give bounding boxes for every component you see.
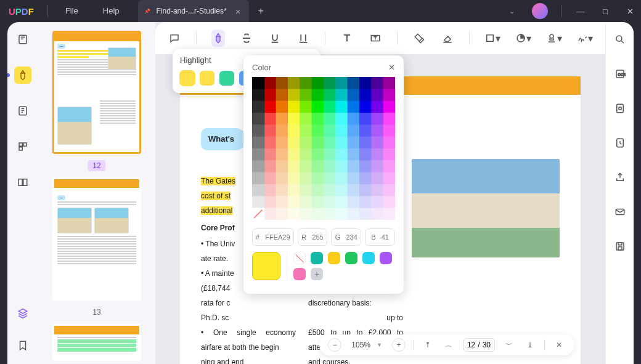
layers-icon[interactable] (14, 305, 31, 322)
document-tab[interactable]: 📌 Find-and-...r-Studies* × (138, 0, 250, 22)
last-page-button[interactable]: ⤓ (523, 338, 537, 352)
tab-title: Find-and-...r-Studies* (157, 7, 227, 15)
svg-rect-14 (616, 104, 623, 113)
preset-pink[interactable] (293, 268, 306, 280)
app-logo: UPDF (0, 6, 43, 17)
preset-teal[interactable] (311, 252, 323, 264)
g-input[interactable]: G 234 (331, 229, 361, 246)
callout-tag: What's (201, 128, 247, 150)
annotate-mode-icon[interactable] (14, 67, 31, 84)
body-text: Ph.D. sc (201, 310, 296, 325)
highlighted-text: cost of st (201, 192, 231, 200)
tab-close-button[interactable]: × (233, 6, 243, 17)
svg-rect-2 (19, 143, 22, 146)
pencil-tool-icon[interactable] (412, 30, 426, 47)
thumbnail-page-12[interactable]: — (52, 31, 141, 154)
wavy-tool-icon[interactable] (296, 30, 310, 47)
thumbnail-panel: — 12 — 13 (38, 22, 155, 364)
tools-mode-icon[interactable] (14, 174, 31, 191)
svg-point-15 (618, 107, 621, 110)
preset-purple[interactable] (380, 252, 392, 264)
body-text: up to (308, 310, 403, 325)
highlighter-tool-icon[interactable] (211, 30, 225, 47)
pin-icon: 📌 (144, 9, 150, 14)
svg-rect-20 (618, 247, 622, 250)
highlight-swatch-yellow-selected[interactable] (180, 71, 195, 86)
preset-add-button[interactable]: + (311, 268, 323, 280)
svg-rect-3 (23, 143, 27, 146)
preset-yellow[interactable] (328, 252, 340, 264)
color-grid[interactable] (252, 77, 395, 220)
share-icon[interactable] (611, 169, 629, 186)
eraser-tool-icon[interactable] (441, 30, 454, 47)
body-text: • One single economy airfare at both the… (201, 325, 296, 355)
highlight-swatch-yellow[interactable] (200, 71, 214, 86)
menu-help[interactable]: Help (91, 0, 132, 22)
first-page-button[interactable]: ⤒ (421, 338, 435, 352)
preset-cyan[interactable] (362, 252, 375, 264)
highlight-swatch-green[interactable] (219, 71, 234, 86)
svg-text:OCR: OCR (618, 73, 626, 76)
b-input[interactable]: B 41 (365, 229, 395, 246)
strikethrough-tool-icon[interactable] (240, 30, 253, 47)
shape-tool-icon[interactable]: ▾ (484, 30, 500, 47)
chevron-down-icon[interactable]: ⌄ (500, 7, 523, 15)
thumbnail-page-14[interactable] (52, 324, 141, 361)
text-tool-icon[interactable] (340, 30, 354, 47)
svg-point-10 (550, 34, 553, 38)
minimize-button[interactable]: — (570, 0, 592, 22)
preset-green[interactable] (345, 252, 357, 264)
svg-rect-4 (19, 147, 22, 150)
thumbnail-label-12: 12 (88, 160, 105, 171)
next-page-button[interactable]: ﹀ (502, 338, 516, 352)
preset-none[interactable] (293, 252, 306, 264)
tab-add-button[interactable]: + (249, 6, 272, 17)
color-panel-title: Color (252, 63, 271, 72)
titlebar: UPDF File Help 📌 Find-and-...r-Studies* … (0, 0, 641, 22)
svg-point-11 (616, 36, 622, 41)
svg-rect-19 (618, 243, 622, 245)
r-input[interactable]: R 255 (298, 229, 328, 246)
right-sidebar: OCR (605, 22, 634, 364)
email-icon[interactable] (611, 203, 629, 220)
save-icon[interactable] (611, 238, 629, 255)
svg-rect-5 (18, 179, 22, 186)
bookmark-icon[interactable] (14, 337, 31, 354)
body-text: and courses. (308, 355, 403, 364)
signature-tool-icon[interactable]: ▾ (577, 30, 593, 47)
sticker-tool-icon[interactable]: ▾ (515, 30, 531, 47)
body-text: rata for c (201, 296, 296, 310)
ocr-icon[interactable]: OCR (611, 65, 629, 83)
protect-icon[interactable] (611, 134, 629, 152)
read-mode-icon[interactable] (14, 31, 31, 48)
page-number-input[interactable]: 12 / 30 (463, 338, 495, 352)
zoom-select[interactable]: 105%▼ (349, 341, 385, 349)
menu-file[interactable]: File (53, 0, 91, 22)
color-panel-close-button[interactable]: ✕ (388, 63, 395, 72)
page-image (412, 159, 560, 257)
zoom-in-button[interactable]: + (392, 338, 406, 352)
svg-rect-6 (23, 179, 27, 186)
maximize-button[interactable]: □ (594, 0, 616, 22)
stamp-tool-icon[interactable]: ▾ (546, 30, 562, 47)
highlighted-text: The Gates (201, 177, 235, 185)
avatar[interactable] (532, 3, 548, 19)
organize-mode-icon[interactable] (14, 138, 31, 155)
prev-page-button[interactable]: ︿ (442, 338, 455, 352)
close-button[interactable]: ✕ (619, 0, 641, 22)
search-icon[interactable] (611, 31, 629, 48)
left-sidebar (7, 22, 38, 364)
textbox-tool-icon[interactable] (369, 30, 382, 47)
hex-input[interactable]: # FFEA29 (252, 229, 294, 246)
footer-controls: − 105%▼ + ⤒ ︿ 12 / 30 ﹀ ⤓ ✕ (319, 334, 574, 355)
comment-tool-icon[interactable] (168, 30, 181, 47)
underline-tool-icon[interactable] (268, 30, 282, 47)
body-text: discretionary basis: (308, 296, 403, 310)
close-footer-button[interactable]: ✕ (552, 338, 566, 352)
edit-mode-icon[interactable] (14, 102, 31, 119)
crop-icon[interactable] (611, 100, 629, 117)
color-picker-panel: Color ✕ # FFEA29 R 255 G 234 B 41 + (243, 55, 404, 294)
zoom-out-button[interactable]: − (328, 338, 341, 352)
thumbnail-page-13[interactable]: — (52, 177, 141, 301)
svg-rect-8 (487, 35, 494, 42)
